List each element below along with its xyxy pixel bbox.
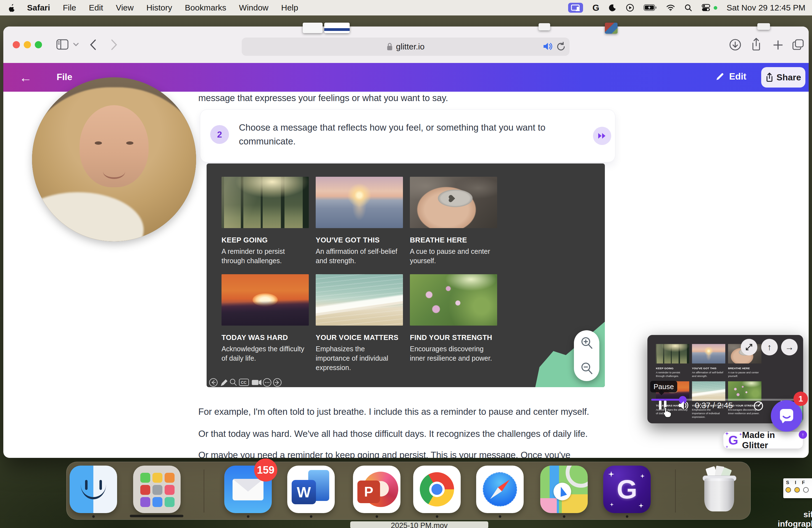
time-display: 0:37 / 2:45 [695, 401, 733, 410]
dock-glitter-icon[interactable]: G [603, 466, 651, 513]
progress-fill [651, 399, 683, 401]
card-title: BREATHE HERE [410, 236, 498, 245]
dock-safari-icon[interactable] [476, 466, 524, 513]
battery-icon[interactable] [643, 4, 657, 11]
share-button-toolbar[interactable] [751, 38, 762, 52]
edit-button[interactable]: Edit [715, 71, 746, 82]
desktop-file-label[interactable]: sift infograph [778, 510, 812, 528]
pencil-icon [715, 72, 725, 81]
right-arrow-icon: → [785, 342, 794, 352]
address-bar[interactable]: glitter.io [242, 38, 569, 56]
background-window[interactable] [539, 23, 550, 30]
menu-item-window[interactable]: Window [239, 3, 269, 12]
message-card: FIND YOUR STRENGTH Encourages discoverin… [410, 274, 498, 363]
control-center-icon[interactable] [701, 4, 710, 12]
dock-chrome-icon[interactable] [413, 466, 461, 513]
sidebar-toggle-icon[interactable] [56, 39, 69, 50]
desktop-movie-label[interactable]: 2025-10 PM.mov [350, 522, 488, 528]
pip-expand-button[interactable] [741, 339, 757, 355]
page-title: File [57, 72, 72, 82]
menu-item-help[interactable]: Help [281, 3, 298, 12]
apple-menu-icon[interactable] [8, 4, 15, 12]
new-tab-button[interactable] [773, 40, 783, 50]
made-in-glitter-label: Made in Glitter [742, 430, 803, 450]
spotlight-search-icon[interactable] [684, 4, 692, 12]
resize-diagonal-icon [745, 343, 753, 351]
dock-trash-icon[interactable] [698, 466, 741, 513]
window-accent-bar [324, 28, 350, 31]
dock-launchpad-icon[interactable] [133, 466, 180, 513]
sidebar-chevron-down-icon[interactable] [73, 43, 79, 46]
smile [103, 164, 125, 179]
step-card: 2 Choose a message that reflects how you… [200, 109, 615, 162]
menu-item-bookmarks[interactable]: Bookmarks [185, 3, 226, 12]
dock-running-dot [310, 515, 313, 518]
menu-item-edit[interactable]: Edit [89, 3, 103, 12]
background-window[interactable] [303, 23, 323, 33]
tab-overview-button[interactable] [792, 39, 804, 51]
dock-maps-icon[interactable] [540, 466, 588, 513]
fast-forward-icon [598, 133, 606, 139]
step-number-badge: 2 [210, 125, 229, 144]
made-in-glitter-badge[interactable]: G Made in Glitter [723, 431, 803, 449]
chat-bubble-icon [779, 408, 794, 423]
card-desc: Encourages discovering inner resilience … [410, 344, 493, 363]
pip-next-button[interactable]: → [781, 339, 798, 355]
presenter-webcam-photo [32, 77, 196, 241]
menu-item-view[interactable]: View [116, 3, 133, 12]
downloads-button[interactable] [729, 39, 741, 51]
app-screenshot-panel: KEEP GOING A reminder to persist through… [207, 163, 605, 387]
message-card: BREATHE HERE A cue to pause and center y… [410, 177, 498, 265]
eye [126, 142, 133, 145]
playback-speed-icon[interactable] [753, 400, 764, 411]
grammarly-status-icon[interactable]: G [592, 3, 599, 13]
background-window[interactable] [757, 23, 770, 30]
scroll-up-chip[interactable]: ↑ [799, 430, 807, 439]
card-title: YOUR VOICE MATTERS [316, 333, 404, 342]
dock-running-dot [92, 515, 95, 518]
menu-item-file[interactable]: File [63, 3, 76, 12]
magnifier-icon [230, 379, 236, 385]
dock-separator [675, 469, 676, 513]
zoom-out-button[interactable] [580, 362, 593, 375]
pip-move-up-button[interactable]: ↑ [761, 339, 778, 355]
minimize-window-button[interactable] [24, 41, 31, 48]
pause-tooltip: Pause [650, 381, 677, 392]
close-window-button[interactable] [13, 41, 20, 48]
zoom-in-button[interactable] [580, 336, 593, 350]
screen-sharing-indicator-icon[interactable] [568, 3, 583, 13]
background-window[interactable] [605, 23, 618, 34]
card-title: YOU'VE GOT THIS [316, 236, 404, 245]
zoom-controls [574, 330, 599, 381]
tab-audio-icon[interactable] [543, 42, 552, 51]
back-button[interactable] [89, 39, 97, 51]
prev-circle-icon [209, 379, 217, 386]
beach-wave-image [316, 274, 403, 326]
eye [95, 142, 102, 145]
tutorial-paragraph: For example, I'm often told to just brea… [198, 407, 589, 417]
wifi-icon[interactable] [666, 4, 675, 11]
focus-moon-icon[interactable] [609, 4, 617, 12]
editor-mini-toolbar[interactable]: CC [208, 377, 283, 387]
volume-icon[interactable] [678, 401, 690, 410]
now-playing-icon[interactable] [626, 4, 634, 12]
back-arrow-icon[interactable]: ← [19, 70, 32, 85]
fast-forward-button[interactable] [593, 127, 611, 145]
share-button[interactable]: Share [761, 67, 806, 88]
menu-item-app[interactable]: Safari [27, 3, 50, 12]
menu-bar: Safari File Edit View History Bookmarks … [0, 0, 812, 15]
reload-icon[interactable] [556, 42, 566, 52]
heart-stone-image [410, 177, 497, 228]
next-circle-icon [273, 379, 281, 386]
dock-word-icon[interactable]: W [287, 466, 335, 513]
card-title: KEEP GOING [221, 236, 310, 245]
dock-running-dot [376, 515, 378, 518]
dock-powerpoint-icon[interactable]: P [353, 466, 401, 513]
forward-button[interactable] [111, 39, 118, 51]
background-window[interactable] [324, 23, 350, 33]
menu-bar-clock[interactable]: Sat Nov 29 12:45 PM [727, 3, 806, 12]
menu-item-history[interactable]: History [146, 3, 172, 12]
zoom-window-button[interactable] [35, 41, 42, 48]
desktop-file-thumbnail[interactable]: S I F [783, 478, 812, 498]
dock-finder-icon[interactable] [70, 466, 117, 513]
